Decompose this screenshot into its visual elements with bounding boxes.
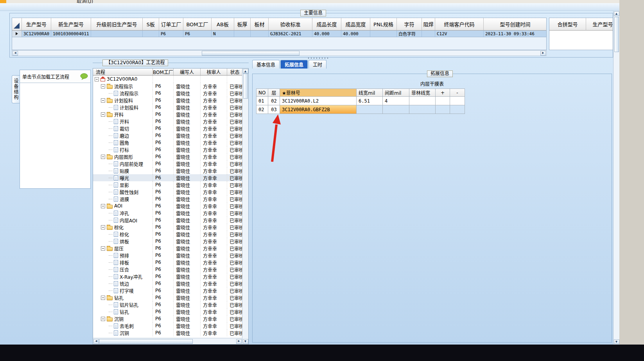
film-table-col-header[interactable]: -: [450, 89, 465, 97]
scroll-right-button[interactable]: [540, 51, 546, 56]
film-table-col-header[interactable]: 菲林线宽: [409, 89, 436, 97]
tree-node-leaf[interactable]: 冲孔P6雷晓佳方幸幸已审核: [93, 209, 242, 217]
collapse-icon[interactable]: [101, 225, 105, 229]
collapse-icon[interactable]: [101, 317, 105, 321]
tree-node-leaf[interactable]: 裁切P6雷晓佳方幸幸已审核: [93, 125, 242, 132]
tree-node-leaf[interactable]: 计划投料P6雷晓佳方幸幸已审核: [93, 104, 242, 111]
side-grid-col-header[interactable]: 合拼型号: [549, 18, 586, 31]
collapse-icon[interactable]: [101, 112, 105, 117]
film-table-col-header[interactable]: 线宽mil: [357, 89, 383, 97]
tree-node-folder[interactable]: AOIP6雷晓佳方幸幸已审核: [93, 202, 242, 209]
tree-node-folder[interactable]: 棕化P6雷晓佳方幸幸已审核: [93, 224, 242, 231]
main-grid-col-header[interactable]: BOM工厂: [183, 18, 212, 31]
tree-vscrollbar[interactable]: [242, 69, 248, 344]
tree-node-leaf[interactable]: 排板P6雷晓佳方幸幸已审核: [93, 259, 242, 266]
collapse-icon[interactable]: [101, 296, 105, 300]
film-table-col-header[interactable]: NO: [257, 89, 268, 97]
tab-extended-info[interactable]: 拓展信息: [280, 60, 308, 69]
collapse-icon[interactable]: [101, 204, 105, 208]
main-grid-col-header[interactable]: 验收标准: [269, 18, 312, 31]
tree-node-leaf[interactable]: 钻孔P6雷晓佳方幸幸已审核: [93, 308, 242, 315]
tree-node-folder[interactable]: 计划投料P6雷晓佳方幸幸已审核: [93, 97, 242, 104]
tree-node-leaf[interactable]: 内层前处理P6雷晓佳方幸幸已审核: [93, 160, 242, 167]
main-grid-hscrollbar[interactable]: [12, 50, 547, 56]
collapse-icon[interactable]: [101, 84, 105, 88]
tree-col-header[interactable]: 流程: [93, 69, 153, 76]
main-grid-col-header[interactable]: 升级前旧生产型号: [91, 18, 143, 31]
tree-node-leaf[interactable]: 打标P6雷晓佳方幸幸已审核: [93, 146, 242, 153]
main-grid-col-header[interactable]: AB板: [212, 18, 234, 31]
tree-node-leaf[interactable]: 显影P6雷晓佳方幸幸已审核: [93, 181, 242, 188]
scroll-left-button[interactable]: [13, 51, 18, 56]
main-grid-col-header[interactable]: 生产型号: [22, 18, 51, 31]
main-grid-col-header[interactable]: S板: [143, 18, 159, 31]
select-all-corner[interactable]: [12, 18, 22, 31]
tree-node-leaf[interactable]: 曝光P6雷晓佳方幸幸已审核: [93, 174, 242, 181]
tree-node-leaf[interactable]: 打字唛P6雷晓佳方幸幸已审核: [93, 287, 242, 294]
tree-node-folder[interactable]: 内层图形P6雷晓佳方幸幸已审核: [93, 153, 242, 160]
main-grid-col-header[interactable]: 字符: [397, 18, 422, 31]
collapse-icon[interactable]: [101, 98, 105, 103]
tab-basic-info[interactable]: 基本信息: [252, 60, 280, 69]
collapse-icon[interactable]: [101, 246, 105, 251]
tree-col-header[interactable]: 编写人: [174, 69, 201, 76]
film-table-col-header[interactable]: +: [436, 89, 450, 97]
tree-node-folder[interactable]: 开料P6雷晓佳方幸幸已审核: [93, 111, 242, 118]
tree-node-leaf[interactable]: 退膜P6雷晓佳方幸幸已审核: [93, 195, 242, 202]
tree-node-leaf[interactable]: 磨边P6雷晓佳方幸幸已审核: [93, 132, 242, 139]
main-grid-col-header[interactable]: 终端客户代码: [435, 18, 484, 31]
scroll-thumb[interactable]: [202, 51, 300, 56]
scroll-down-button[interactable]: [614, 339, 619, 344]
tree-node-folder[interactable]: 沉铜P6雷晓佳方幸幸已审核: [93, 315, 242, 322]
tree-node-leaf[interactable]: 铝片钻孔P6雷晓佳方幸幸已审核: [93, 301, 242, 308]
film-table-row[interactable]: 02033C12V00RA0.GBFZ2B: [257, 105, 465, 114]
tree-hscrollbar[interactable]: [93, 338, 242, 344]
main-grid-col-header[interactable]: PNL规格: [370, 18, 397, 31]
tree-node-leaf[interactable]: 贴膜P6雷晓佳方幸幸已审核: [93, 167, 242, 174]
tree-node-leaf[interactable]: 酸性蚀刻P6雷晓佳方幸幸已审核: [93, 188, 242, 195]
tree-col-header[interactable]: 核审人: [201, 69, 227, 76]
collapse-icon[interactable]: [101, 155, 105, 159]
film-table-row[interactable]: 01023C12V00RA0.L26.514: [257, 97, 465, 105]
tree-col-header[interactable]: BOM工厂: [153, 69, 174, 76]
window-vscrollbar[interactable]: [613, 11, 619, 345]
main-grid-col-header[interactable]: 板厚: [234, 18, 251, 31]
scroll-up-button[interactable]: [243, 69, 248, 74]
main-grid-col-header[interactable]: 成品长度: [312, 18, 341, 31]
tree-node-leaf[interactable]: 开料P6雷晓佳方幸幸已审核: [93, 118, 242, 125]
tab-equipment-structure[interactable]: 设备结构: [12, 75, 20, 103]
tree-node-leaf[interactable]: 流程指示P6雷晓佳方幸幸已审核: [93, 90, 242, 97]
main-grid-data-row[interactable]: 3C12V00RA010010300004011P6P6NGJB362C-202…: [12, 31, 546, 37]
menu-item-cancel[interactable]: 取消(U): [77, 0, 93, 3]
tree-node-leaf[interactable]: 铣边P6雷晓佳方幸幸已审核: [93, 280, 242, 287]
tree-node-leaf[interactable]: 内层AOIP6雷晓佳方幸幸已审核: [93, 217, 242, 224]
scroll-left-button[interactable]: [93, 339, 99, 344]
main-grid-col-header[interactable]: 新生产型号: [51, 18, 91, 31]
main-grid-col-header[interactable]: 型号创建时间: [484, 18, 547, 31]
tree-node-folder[interactable]: 钻孔P6雷晓佳方幸幸已审核: [93, 294, 242, 301]
main-grid-col-header[interactable]: 订单工厂: [159, 18, 183, 31]
tree-node-root[interactable]: 3C12V00RA0: [93, 76, 242, 83]
tree-node-folder[interactable]: 流程指示P6雷晓佳方幸幸已审核: [93, 83, 242, 90]
film-table-col-header[interactable]: 间距mil: [383, 89, 409, 97]
scroll-thumb[interactable]: [99, 339, 193, 344]
scroll-thumb[interactable]: [243, 74, 248, 99]
tree-node-folder[interactable]: 层压P6雷晓佳方幸幸已审核: [93, 245, 242, 252]
tree-node-leaf[interactable]: 圆角P6雷晓佳方幸幸已审核: [93, 139, 242, 146]
tree-node-leaf[interactable]: 预排P6雷晓佳方幸幸已审核: [93, 252, 242, 259]
scroll-up-button[interactable]: [614, 11, 619, 16]
splitter-handle[interactable]: [308, 58, 330, 59]
main-grid-col-header[interactable]: 成品宽度: [341, 18, 370, 31]
tree-node-leaf[interactable]: 去毛刺P6雷晓佳方幸幸已审核: [93, 322, 242, 329]
tree-node-leaf[interactable]: 压合P6雷晓佳方幸幸已审核: [93, 266, 242, 273]
film-table-col-header[interactable]: ★菲林号: [280, 89, 357, 97]
tree-node-leaf[interactable]: X-Ray冲孔P6雷晓佳方幸幸已审核: [93, 273, 242, 280]
main-grid-col-header[interactable]: 阻焊: [422, 18, 435, 31]
scroll-right-button[interactable]: [236, 339, 242, 344]
side-grid-col-header[interactable]: 生产型号: [586, 18, 613, 31]
collapse-icon[interactable]: [95, 77, 99, 81]
tree-col-header[interactable]: 状态: [227, 69, 242, 76]
row-selector[interactable]: [12, 31, 22, 37]
tree-node-leaf[interactable]: 烘板P6雷晓佳方幸幸已审核: [93, 238, 242, 245]
scroll-thumb[interactable]: [614, 17, 619, 52]
